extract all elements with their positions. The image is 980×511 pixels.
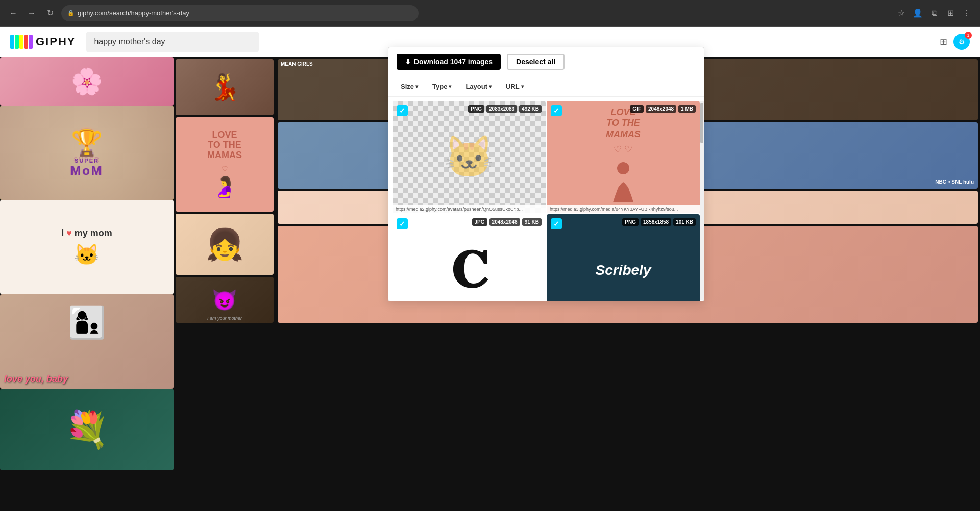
image-url: https://media3.giphy.com/media/84YKY3AYF… (547, 205, 700, 213)
extensions-button[interactable]: ⧉ (927, 6, 941, 20)
snl-text: • SNL hulu (948, 179, 974, 185)
logo-text: GIPHY (36, 35, 76, 48)
download-filters: Size ▾ Type ▾ Layout ▾ URL ▾ (388, 76, 704, 97)
logo-sq-yellow (19, 35, 23, 49)
overlay-image-c-logo[interactable]: JPG 2048x2048 91 KB 𝐂 (393, 214, 546, 301)
reload-button[interactable]: ↻ (43, 6, 57, 20)
gallery-item-i-love-my-mom[interactable]: I ♥ my mom 🐱 (0, 200, 174, 294)
dancer-icon: 💃 (209, 72, 240, 102)
mom-baby-icon: 👩‍👦 (68, 304, 106, 341)
overlay-image-pusheen[interactable]: PNG 2083x2083 492 KB 🐱 https://media2.gi… (393, 101, 546, 213)
i-love-my-mom-content: I ♥ my mom 🐱 (61, 228, 112, 267)
gallery-item-flowers-bouquet[interactable]: 💐 (0, 389, 174, 470)
left-panel: 🌸 🏆 SUPER MoM 🏆 SUPER MoM (0, 57, 174, 511)
image-meta: PNG 2083x2083 492 KB (468, 105, 542, 113)
image-dimensions-badge: 2048x2048 (646, 105, 676, 113)
animated-girl-icon: 👧 (206, 226, 244, 263)
deselect-all-button[interactable]: Deselect all (507, 54, 565, 70)
url-filter-label: URL (506, 83, 520, 90)
chevron-down-icon: ▾ (489, 84, 492, 89)
overlay-image-love-mamas[interactable]: GIF 2048x2048 1 MB LOVETO THEMAMAS ♡ ♡ (547, 101, 700, 213)
i-am-your-mother-text: I am your mother (207, 316, 242, 321)
svg-point-0 (617, 162, 629, 174)
love-mamas-image: LOVETO THEMAMAS ♡ ♡ (547, 101, 700, 213)
overlay-image-grid: PNG 2083x2083 492 KB 🐱 https://media2.gi… (388, 97, 704, 301)
image-type-badge: PNG (468, 105, 484, 113)
mean-girls-badge: MEAN GIRLS (281, 61, 313, 67)
overlay-image-scribely[interactable]: PNG 1858x1858 101 KB Scribely (547, 214, 700, 301)
mother-silhouette (608, 159, 639, 207)
type-filter-label: Type (432, 83, 447, 90)
gallery-item-flowers[interactable]: 🌸 (0, 57, 174, 106)
url-filter[interactable]: URL ▾ (502, 81, 528, 92)
snl-badge: NBC • SNL hulu (935, 179, 974, 185)
chevron-down-icon: ▾ (521, 84, 524, 89)
download-overlay-header: ⬇ Download 1047 images Deselect all (388, 47, 704, 76)
download-button-label: Download 1047 images (414, 58, 493, 66)
chevron-down-icon: ▾ (449, 84, 451, 89)
search-input[interactable] (86, 32, 259, 52)
browser-actions: ☆ 👤 ⧉ ⊞ ⋮ (894, 6, 974, 20)
image-url: https://media2.giphy.com/avatars/pusheen… (393, 205, 546, 213)
gallery-item-supermom[interactable]: 🏆 SUPER MoM 🏆 SUPER MoM (0, 106, 174, 200)
grid-view-button[interactable]: ⊞ (940, 36, 947, 47)
love-you-baby-text: love you, baby (4, 374, 68, 385)
scrollbar[interactable] (700, 101, 704, 300)
top-bar: GIPHY ⊞ ⚙ 1 ⬇ Download 1047 images Desel… (0, 27, 980, 57)
logo-sq-red (24, 35, 28, 49)
top-bar-right: ⊞ ⚙ 1 (940, 34, 970, 50)
flowers-icon: 🌸 (71, 67, 103, 96)
size-filter[interactable]: Size ▾ (397, 81, 422, 92)
nbc-text: NBC (935, 179, 946, 185)
center-gallery: 💃 LOVETO THEMAMAS ♡ 🤰 👧 😈 I am your moth… (174, 57, 276, 511)
layout-filter[interactable]: Layout ▾ (461, 81, 496, 92)
bookmark-button[interactable]: ☆ (894, 6, 909, 20)
lock-icon: 🔒 (67, 10, 75, 16)
gallery-item-person-dance[interactable]: 💃 (176, 59, 274, 115)
supermom-content-front: 🏆 SUPER MoM (0, 106, 174, 200)
layout-filter-label: Layout (465, 83, 487, 90)
c-logo-image: 𝐂 (393, 214, 546, 301)
gallery-item-beard-man[interactable]: 😈 I am your mother (176, 277, 274, 323)
image-type-badge: JPG (472, 218, 487, 226)
download-button[interactable]: ⬇ Download 1047 images (397, 54, 501, 70)
gallery-item-mom-baby[interactable]: love you, baby 👩‍👦 (0, 294, 174, 389)
forward-button[interactable]: → (24, 6, 39, 20)
image-type-badge: PNG (622, 218, 639, 226)
gallery-item-love-mamas-2[interactable]: LOVETO THEMAMAS ♡ 🤰 (176, 117, 274, 212)
image-dimensions-badge: 2048x2048 (489, 218, 520, 226)
page-content: GIPHY ⊞ ⚙ 1 ⬇ Download 1047 images Desel… (0, 27, 980, 511)
browser-menu-button[interactable]: ⋮ (960, 6, 974, 20)
scrollbar-thumb[interactable] (700, 103, 703, 143)
notification-badge: 1 (965, 32, 972, 39)
url-text: giphy.com/search/happy-mother's-day (78, 9, 189, 17)
sidebar-toggle-button[interactable]: ⊞ (943, 6, 958, 20)
image-meta: PNG 1858x1858 101 KB (622, 218, 696, 226)
image-dimensions-badge: 1858x1858 (641, 218, 671, 226)
vader-icon: 😈 (212, 288, 237, 312)
svg-point-1 (617, 184, 629, 200)
download-overlay: ⬇ Download 1047 images Deselect all Size… (388, 47, 704, 301)
bouquet-icon: 💐 (65, 408, 109, 450)
select-checkbox[interactable] (397, 218, 408, 229)
select-checkbox[interactable] (551, 218, 562, 229)
back-button[interactable]: ← (6, 6, 20, 20)
logo-squares (10, 35, 33, 49)
type-filter[interactable]: Type ▾ (428, 81, 455, 92)
chevron-down-icon: ▾ (415, 84, 418, 89)
image-dimensions-badge: 2083x2083 (486, 105, 517, 113)
logo-sq-green (15, 35, 19, 49)
giphy-logo[interactable]: GIPHY (10, 35, 76, 49)
gallery-item-animated-girl[interactable]: 👧 (176, 214, 274, 275)
address-bar[interactable]: 🔒 giphy.com/search/happy-mother's-day (61, 5, 419, 21)
settings-icon: ⚙ (959, 38, 965, 46)
select-checkbox[interactable] (397, 105, 408, 116)
c-letter: 𝐂 (451, 241, 487, 300)
profile-button[interactable]: 👤 (911, 6, 925, 20)
image-size-badge: 1 MB (678, 105, 696, 113)
settings-button[interactable]: ⚙ 1 (953, 34, 970, 50)
logo-sq-purple (29, 35, 33, 49)
scribely-logo-text: Scribely (596, 262, 651, 278)
download-icon: ⬇ (405, 58, 411, 66)
select-checkbox[interactable] (551, 105, 562, 116)
